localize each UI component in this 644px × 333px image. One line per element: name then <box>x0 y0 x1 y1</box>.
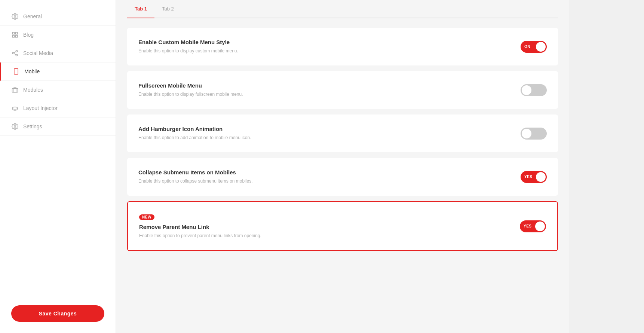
tab-bar: Tab 1 Tab 2 <box>127 0 558 18</box>
card-fullscreen-mobile-menu: Fullscreen Mobile Menu Enable this optio… <box>127 71 558 109</box>
svg-line-9 <box>14 52 16 53</box>
sidebar-item-social-media-label: Social Media <box>23 50 53 56</box>
card-custom-mobile-menu-text: Enable Custom Mobile Menu Style Enable t… <box>138 39 238 54</box>
sidebar-nav: General Blog <box>0 0 116 298</box>
toggle-fullscreen-mobile-menu[interactable]: NO <box>521 84 547 96</box>
right-panel <box>569 0 644 333</box>
card-hamburger-animation-desc: Enable this option to add animation to m… <box>138 134 251 141</box>
tab-2[interactable]: Tab 2 <box>154 0 181 18</box>
sidebar-item-mobile[interactable]: Mobile <box>0 62 116 81</box>
card-hamburger-animation-text: Add Hamburger Icon Animation Enable this… <box>138 126 251 141</box>
svg-rect-1 <box>12 32 14 34</box>
toggle-collapse-submenu[interactable]: YES <box>521 171 547 183</box>
card-collapse-submenu: Collapse Submenu Items on Mobiles Enable… <box>127 158 558 196</box>
svg-line-8 <box>14 54 16 55</box>
settings-icon <box>11 123 19 130</box>
card-fullscreen-mobile-menu-desc: Enable this option to display fullscreen… <box>138 91 243 98</box>
card-fullscreen-mobile-menu-text: Fullscreen Mobile Menu Enable this optio… <box>138 82 243 98</box>
svg-point-6 <box>12 52 14 54</box>
toggle-custom-mobile-menu[interactable]: ON <box>521 41 547 53</box>
toggle-custom-mobile-menu-container: ON <box>521 41 547 53</box>
sidebar-item-mobile-label: Mobile <box>24 68 40 74</box>
toggle-remove-parent-menu-link-container: YES <box>520 220 546 232</box>
sidebar-item-layout-injector-label: Layout Injector <box>23 105 58 111</box>
toggle-custom-mobile-menu-knob <box>536 42 546 52</box>
toggle-remove-parent-menu-link-label: YES <box>524 224 532 228</box>
modules-icon <box>11 86 19 94</box>
card-remove-parent-menu-link: NEW Remove Parent Menu Link Enable this … <box>127 201 558 251</box>
svg-rect-12 <box>12 88 18 92</box>
toggle-collapse-submenu-label: YES <box>524 175 533 179</box>
svg-point-5 <box>16 51 18 52</box>
card-remove-parent-menu-link-text: NEW Remove Parent Menu Link Enable this … <box>139 213 261 239</box>
sidebar-item-blog-label: Blog <box>23 32 34 38</box>
layout-icon <box>11 104 19 112</box>
svg-point-7 <box>16 54 18 56</box>
toggle-hamburger-animation-knob <box>522 129 531 138</box>
sidebar-item-general-label: General <box>23 13 42 19</box>
svg-rect-3 <box>16 36 18 37</box>
save-changes-button[interactable]: Save Changes <box>11 305 104 322</box>
blog-icon <box>11 31 19 39</box>
svg-point-14 <box>14 126 16 128</box>
sidebar-item-blog[interactable]: Blog <box>0 26 116 44</box>
sidebar-item-modules-label: Modules <box>23 87 43 93</box>
toggle-custom-mobile-menu-label: ON <box>524 45 530 49</box>
card-remove-parent-menu-link-title: Remove Parent Menu Link <box>139 224 261 230</box>
card-fullscreen-mobile-menu-title: Fullscreen Mobile Menu <box>138 82 243 89</box>
svg-point-0 <box>14 16 16 18</box>
toggle-hamburger-animation-container: NO <box>521 128 547 140</box>
main-content: Tab 1 Tab 2 Enable Custom Mobile Menu St… <box>116 0 569 333</box>
card-hamburger-animation: Add Hamburger Icon Animation Enable this… <box>127 114 558 152</box>
card-custom-mobile-menu-title: Enable Custom Mobile Menu Style <box>138 39 238 45</box>
toggle-remove-parent-menu-link[interactable]: YES <box>520 220 546 232</box>
card-collapse-submenu-text: Collapse Submenu Items on Mobiles Enable… <box>138 169 253 184</box>
sidebar-item-modules[interactable]: Modules <box>0 81 116 99</box>
new-badge: NEW <box>139 214 154 220</box>
mobile-icon <box>12 68 20 75</box>
svg-rect-2 <box>16 32 18 34</box>
sidebar-item-social-media[interactable]: Social Media <box>0 44 116 62</box>
card-remove-parent-menu-link-desc: Enable this option to prevent parent men… <box>139 232 261 239</box>
toggle-remove-parent-menu-link-knob <box>535 222 545 231</box>
sidebar-item-general[interactable]: General <box>0 7 116 26</box>
sidebar-item-settings-label: Settings <box>23 123 42 129</box>
sidebar: General Blog <box>0 0 116 333</box>
gear-icon <box>11 13 19 20</box>
toggle-collapse-submenu-knob <box>536 172 546 182</box>
card-collapse-submenu-desc: Enable this option to collapse submenu i… <box>138 178 253 184</box>
toggle-fullscreen-mobile-menu-knob <box>522 85 531 95</box>
social-icon <box>11 49 19 57</box>
card-custom-mobile-menu: Enable Custom Mobile Menu Style Enable t… <box>127 28 558 65</box>
sidebar-item-layout-injector[interactable]: Layout Injector <box>0 99 116 117</box>
svg-point-13 <box>12 107 18 109</box>
toggle-collapse-submenu-container: YES <box>521 171 547 183</box>
card-custom-mobile-menu-desc: Enable this option to display custom mob… <box>138 48 238 54</box>
card-hamburger-animation-title: Add Hamburger Icon Animation <box>138 126 251 132</box>
tab-1[interactable]: Tab 1 <box>127 0 154 18</box>
sidebar-item-settings[interactable]: Settings <box>0 117 116 136</box>
svg-rect-4 <box>12 36 14 37</box>
save-btn-container: Save Changes <box>0 298 116 333</box>
toggle-fullscreen-mobile-menu-container: NO <box>521 84 547 96</box>
toggle-hamburger-animation[interactable]: NO <box>521 128 547 140</box>
card-collapse-submenu-title: Collapse Submenu Items on Mobiles <box>138 169 253 175</box>
